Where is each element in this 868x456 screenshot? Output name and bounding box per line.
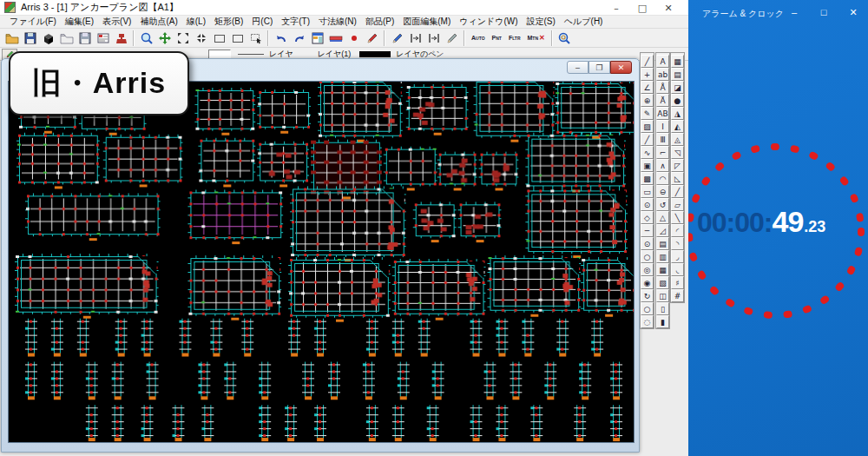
menu-item-10[interactable]: 図面編集(M) (398, 16, 455, 28)
cad-tool-icon[interactable]: ▥ (656, 250, 669, 263)
cad-tool-icon[interactable]: ◿ (656, 224, 669, 237)
cad-tool-icon[interactable]: ◹ (671, 146, 684, 159)
cad-tool-icon[interactable]: + (641, 68, 654, 81)
cad-tool-icon[interactable]: ○ (641, 302, 654, 315)
toolbar-button-rect[interactable] (228, 30, 247, 46)
toolbar-button-cube[interactable] (39, 30, 57, 46)
menu-item-4[interactable]: 線(L) (182, 16, 210, 28)
cad-tool-icon[interactable]: Ⅲ (656, 133, 669, 146)
menu-item-2[interactable]: 表示(V) (98, 16, 135, 28)
maximize-button[interactable]: □ (629, 0, 655, 16)
toolbar-button-qzoom[interactable] (556, 30, 574, 46)
menu-item-6[interactable]: 円(C) (247, 16, 277, 28)
cad-tool-icon[interactable]: ▤ (671, 68, 684, 81)
cad-tool-icon[interactable]: # (671, 289, 684, 302)
toolbar-button-auto[interactable]: Auto (468, 30, 489, 46)
layer-color-box[interactable] (208, 50, 231, 59)
cad-tool-icon[interactable]: Ä (656, 94, 669, 107)
cad-tool-icon[interactable]: ▦ (656, 263, 669, 276)
cad-tool-icon[interactable]: ∿ (641, 146, 654, 159)
cad-tool-icon[interactable]: ◎ (641, 263, 654, 276)
cad-tool-icon[interactable]: ▧ (656, 276, 669, 289)
cad-tool-icon[interactable]: AB (656, 107, 669, 120)
menu-item-7[interactable]: 文字(T) (277, 16, 314, 28)
cad-tool-icon[interactable]: ─ (641, 224, 654, 237)
cad-tool-icon[interactable]: Ⅰ (656, 120, 669, 133)
child-close-button[interactable]: ✕ (610, 61, 632, 74)
toolbar-button-pen-gray[interactable] (443, 30, 461, 46)
toolbar-button-card[interactable] (94, 30, 112, 46)
cad-tool-icon[interactable]: ab (656, 68, 669, 81)
toolbar-button-expand[interactable] (174, 30, 192, 46)
cad-tool-icon[interactable]: ╲ (671, 211, 684, 224)
menu-item-3[interactable]: 補助点(A) (135, 16, 181, 28)
cad-tool-icon[interactable]: ▨ (641, 120, 654, 133)
toolbar-button-grid[interactable] (308, 30, 326, 46)
cad-canvas[interactable] (8, 81, 635, 443)
cad-tool-icon[interactable]: ◬ (671, 133, 684, 146)
toolbar-button-zoom[interactable] (137, 30, 155, 46)
toolbar-button-folder[interactable] (3, 30, 21, 46)
toolbar-button-redo[interactable] (290, 30, 308, 46)
toolbar-button-dot[interactable] (345, 30, 363, 46)
cad-tool-icon[interactable]: △ (656, 211, 669, 224)
cad-tool-icon[interactable]: ⊖ (656, 185, 669, 198)
minimize-button[interactable]: – (603, 0, 629, 16)
toolbar-button-floppy[interactable] (21, 30, 39, 46)
cad-tool-icon[interactable]: ⌐ (656, 146, 669, 159)
cad-tool-icon[interactable]: ╱ (671, 185, 684, 198)
menu-item-1[interactable]: 編集(E) (61, 16, 98, 28)
toolbar-button-snap[interactable] (406, 30, 424, 46)
cad-tool-icon[interactable]: ◮ (671, 107, 684, 120)
cad-tool-icon[interactable]: Å (656, 81, 669, 94)
cad-tool-icon[interactable]: ▯ (656, 302, 669, 315)
menu-item-11[interactable]: ウィンドウ(W) (455, 16, 522, 28)
cad-tool-icon[interactable]: ⊙ (641, 198, 654, 211)
cad-tool-icon[interactable]: ▮ (656, 315, 669, 328)
menu-item-0[interactable]: ファイル(F) (5, 16, 61, 28)
toolbar-button-fltr[interactable]: Fltr (505, 30, 524, 46)
cad-tool-icon[interactable]: ↺ (656, 198, 669, 211)
menu-item-13[interactable]: ヘルプ(H) (560, 16, 608, 28)
clock-close-button[interactable]: ✕ (838, 0, 868, 24)
toolbar-button-ruler[interactable] (326, 30, 345, 46)
toolbar-button-pen-red[interactable] (363, 30, 381, 46)
menu-item-9[interactable]: 部品(P) (361, 16, 398, 28)
toolbar-button-shrink[interactable] (192, 30, 210, 46)
cad-tool-icon[interactable]: ▦ (671, 55, 684, 68)
toolbar-button-snap[interactable] (424, 30, 443, 46)
toolbar-button-floppy2[interactable] (76, 30, 94, 46)
cad-tool-icon[interactable]: ◜ (671, 224, 684, 237)
cad-tool-icon[interactable]: ● (671, 94, 684, 107)
toolbar-button-mtn[interactable]: Mtn✕ (524, 30, 549, 46)
toolbar-button-undo[interactable] (272, 30, 290, 46)
clock-maximize-button[interactable]: □ (809, 0, 838, 24)
toolbar-button-select[interactable] (247, 30, 265, 46)
toolbar-button-pen-blue[interactable] (388, 30, 406, 46)
cad-tool-icon[interactable]: ◪ (671, 81, 684, 94)
cad-tool-icon[interactable]: ○ (641, 250, 654, 263)
cad-tool-icon[interactable]: ◸ (671, 159, 684, 172)
clock-minimize-button[interactable]: – (779, 0, 809, 24)
cad-tool-icon[interactable]: ◺ (671, 172, 684, 185)
cad-tool-icon[interactable]: ◞ (671, 250, 684, 263)
cad-tool-icon[interactable]: ◭ (671, 120, 684, 133)
cad-tool-icon[interactable]: ⊕ (641, 94, 654, 107)
child-restore-button[interactable]: ❐ (589, 61, 610, 74)
toolbar-button-move[interactable] (155, 30, 174, 46)
layer-pen-swatch[interactable] (359, 51, 391, 57)
cad-tool-icon[interactable]: ◌ (641, 315, 654, 328)
menu-item-12[interactable]: 設定(S) (523, 16, 560, 28)
cad-tool-icon[interactable]: ╱ (641, 133, 654, 146)
cad-tool-icon[interactable]: ◫ (656, 289, 669, 302)
toolbar-button-folder2[interactable] (57, 30, 76, 46)
cad-tool-icon[interactable]: ▱ (671, 198, 684, 211)
cad-tool-icon[interactable]: A (656, 55, 669, 68)
menu-item-5[interactable]: 矩形(B) (210, 16, 247, 28)
cad-tool-icon[interactable]: ✎ (641, 107, 654, 120)
child-minimize-button[interactable]: – (567, 61, 589, 74)
cad-tool-icon[interactable]: ↻ (641, 289, 654, 302)
cad-tool-icon[interactable]: ╱ (641, 55, 654, 68)
cad-tool-icon[interactable]: ◠ (656, 172, 669, 185)
cad-tool-icon[interactable]: ◉ (641, 276, 654, 289)
